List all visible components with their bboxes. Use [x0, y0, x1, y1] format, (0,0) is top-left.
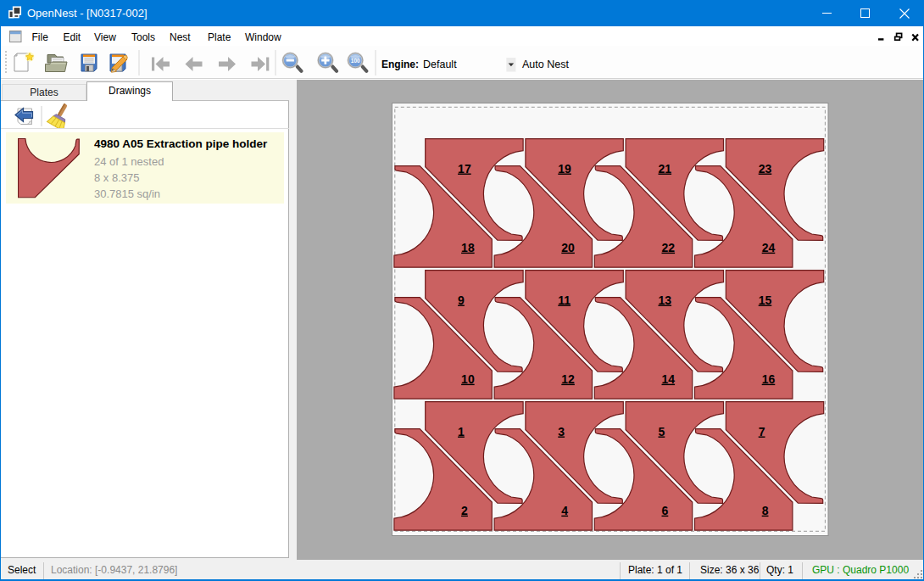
svg-text:23: 23 — [759, 161, 772, 175]
svg-text:9: 9 — [458, 293, 465, 306]
svg-text:5: 5 — [659, 424, 665, 438]
svg-text:20: 20 — [561, 240, 575, 254]
svg-text:1: 1 — [458, 424, 465, 438]
svg-text:22: 22 — [662, 240, 676, 254]
svg-text:13: 13 — [659, 293, 672, 306]
svg-text:15: 15 — [759, 293, 772, 306]
svg-text:12: 12 — [561, 372, 575, 385]
svg-text:3: 3 — [558, 424, 565, 438]
svg-text:19: 19 — [558, 161, 571, 175]
svg-text:11: 11 — [558, 293, 571, 306]
svg-text:24: 24 — [762, 240, 776, 254]
svg-text:18: 18 — [461, 240, 475, 254]
svg-text:2: 2 — [461, 503, 468, 517]
svg-text:10: 10 — [461, 372, 475, 385]
svg-text:Engine:: Engine: — [381, 59, 419, 70]
svg-text:4: 4 — [561, 503, 568, 517]
svg-text:17: 17 — [458, 161, 471, 175]
svg-text:14: 14 — [662, 372, 676, 385]
svg-text:Auto Nest: Auto Nest — [522, 59, 569, 70]
svg-text:16: 16 — [762, 372, 776, 385]
svg-text:Default: Default — [423, 59, 457, 70]
svg-text:6: 6 — [662, 503, 669, 517]
svg-text:7: 7 — [759, 424, 765, 438]
svg-text:8: 8 — [762, 503, 769, 517]
svg-text:21: 21 — [659, 161, 672, 175]
svg-text:100: 100 — [351, 58, 360, 64]
